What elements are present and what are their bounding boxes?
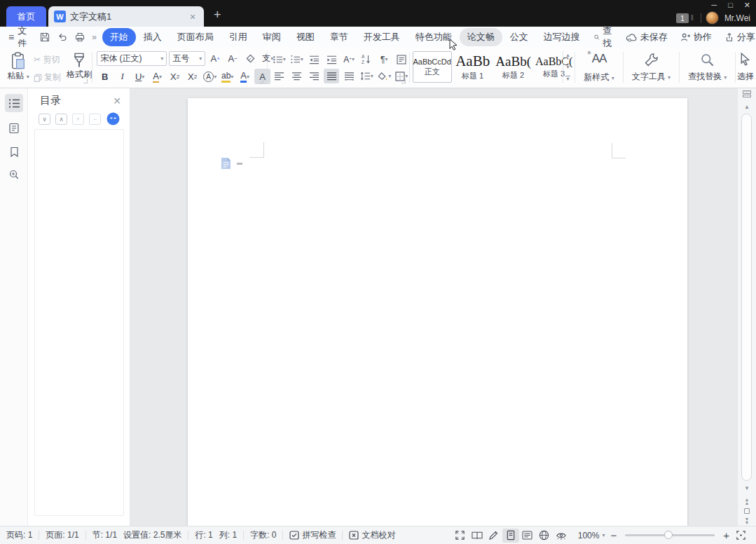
new-style-button[interactable]: AA ✳ 新样式 ▾ (575, 47, 622, 88)
find-replace-button[interactable]: 查找替换 ▾ (680, 47, 735, 88)
toc-collapse-button[interactable]: ∧ (55, 114, 67, 125)
scroll-up-icon[interactable]: ▲ (738, 104, 756, 110)
align-left-button[interactable] (271, 69, 287, 83)
tab-review[interactable]: 审阅 (255, 28, 289, 46)
notes-panel-button[interactable] (5, 119, 23, 137)
bookmark-panel-button[interactable] (5, 143, 23, 161)
zoom-slider-handle[interactable] (664, 531, 673, 539)
document-page[interactable] (188, 98, 687, 526)
tab-write-and-search[interactable]: 边写边搜 (536, 28, 588, 46)
copy-button[interactable]: 复制 (34, 72, 61, 83)
paragraph-dialog-launcher[interactable] (401, 79, 406, 83)
style-heading1[interactable]: AaBb 标题 1 (453, 51, 493, 83)
more-commands-icon[interactable]: » (92, 32, 97, 42)
tab-close-icon[interactable]: × (187, 11, 198, 22)
underline-button[interactable]: U▾ (132, 69, 148, 84)
undo-icon[interactable] (57, 32, 68, 43)
styles-gallery-more-icon[interactable]: ▼ (565, 76, 570, 81)
clipboard-dialog-launcher[interactable] (83, 79, 88, 83)
increase-font-size-button[interactable]: A+ (207, 51, 223, 66)
tab-developer-tools[interactable]: 开发工具 (356, 28, 408, 46)
toc-panel-close-icon[interactable]: ✕ (113, 95, 121, 107)
tab-insert[interactable]: 插入 (136, 28, 170, 46)
sort-button[interactable]: AZ (359, 52, 374, 67)
align-center-button[interactable] (289, 69, 304, 83)
page-select-icon[interactable] (738, 508, 756, 514)
status-section[interactable]: 节: 1/1 (86, 529, 123, 541)
styles-scroll-down-icon[interactable]: ▼ (565, 64, 570, 69)
distribute-button[interactable] (341, 69, 357, 83)
tab-section[interactable]: 章节 (322, 28, 356, 46)
italic-button[interactable]: I (114, 69, 130, 84)
web-view-icon[interactable] (536, 529, 553, 543)
shading-button[interactable]: ▾ (376, 69, 392, 83)
outline-view-icon[interactable] (519, 529, 536, 543)
minimize-icon[interactable]: ─ (711, 1, 717, 10)
show-paragraph-marks-button[interactable]: ¶▾ (376, 52, 392, 67)
ruler-toggle-icon[interactable] (738, 90, 756, 97)
user-avatar[interactable] (706, 11, 719, 25)
tab-official-document[interactable]: 公文 (502, 28, 536, 46)
scroll-down-icon[interactable]: ▼ (738, 485, 756, 491)
increase-indent-button[interactable] (324, 52, 339, 67)
eye-protection-icon[interactable] (553, 529, 570, 543)
superscript-button[interactable]: X2 (167, 69, 183, 84)
style-heading2[interactable]: AaBb( 标题 2 (494, 51, 533, 83)
status-line[interactable]: 行: 1 (188, 529, 219, 541)
toc-expand-button[interactable]: ∨ (39, 114, 50, 125)
toc-empty-list[interactable] (34, 129, 124, 516)
bold-button[interactable]: B (97, 69, 113, 84)
vertical-scrollbar[interactable]: ▲ ▼ ▲▲ ▼▼ (737, 88, 756, 526)
status-word-count[interactable]: 字数: 0 (244, 529, 282, 541)
ink-pen-icon[interactable] (486, 529, 502, 543)
toc-remove-button[interactable]: − (89, 114, 101, 125)
text-effects-button[interactable]: A▾ (202, 69, 218, 84)
decrease-indent-button[interactable] (306, 52, 322, 67)
styles-scroll-up-icon[interactable]: ▲ (565, 53, 570, 57)
status-page[interactable]: 页面: 1/1 (39, 529, 85, 541)
status-setting[interactable]: 设置值: 2.5厘米 (123, 529, 188, 541)
document-canvas[interactable] (130, 88, 737, 526)
file-menu[interactable]: ≡ 文件 (0, 25, 34, 50)
font-name-select[interactable]: 宋体 (正文)▾ (97, 51, 167, 66)
toc-panel-button[interactable] (5, 94, 23, 112)
text-tools-button[interactable]: 文字工具 ▾ (624, 47, 679, 88)
status-column[interactable]: 列: 1 (219, 529, 243, 541)
select-button[interactable]: 选择 (736, 47, 756, 88)
proofread-button[interactable]: 文档校对 (343, 529, 401, 541)
decrease-font-size-button[interactable]: A− (225, 51, 240, 66)
collaborate-button[interactable]: 协作 (675, 31, 717, 43)
format-painter-button[interactable]: 格式刷 (64, 52, 94, 81)
zoom-level-select[interactable]: 100%▾ (570, 531, 608, 540)
character-border-button[interactable]: A▾ (149, 69, 165, 84)
page-view-icon[interactable] (502, 529, 519, 543)
ai-assistant-icon[interactable] (106, 112, 120, 125)
text-frame-button[interactable] (394, 52, 409, 67)
character-scale-button[interactable]: A⁺▾ (341, 52, 357, 67)
maximize-icon[interactable]: □ (728, 1, 733, 10)
tab-home[interactable]: 开始 (102, 28, 136, 46)
document-tab[interactable]: W 文字文稿1 × (48, 6, 204, 27)
find-panel-button[interactable] (5, 165, 23, 184)
smart-assistant-doc-icon[interactable] (221, 157, 231, 170)
next-page-icon[interactable]: ▼▼ (738, 517, 756, 524)
message-count-badge[interactable]: 1 (676, 13, 689, 23)
numbered-list-button[interactable]: ▾ (289, 52, 304, 67)
subscript-button[interactable]: X2 (184, 69, 200, 84)
highlight-color-button[interactable]: ab▾ (219, 69, 235, 84)
zoom-in-button[interactable]: + (720, 529, 732, 541)
tab-paper-assistant[interactable]: 论文畅 (460, 28, 502, 46)
scrollbar-thumb[interactable] (741, 114, 752, 481)
fit-page-icon[interactable] (732, 529, 749, 543)
bullet-list-button[interactable]: ▾ (271, 52, 287, 67)
tab-references[interactable]: 引用 (221, 28, 255, 46)
clear-format-button[interactable] (242, 51, 258, 66)
share-button[interactable]: 分享 (720, 31, 756, 43)
font-size-select[interactable]: 五号▾ (169, 51, 205, 66)
print-icon[interactable] (74, 32, 85, 43)
style-normal[interactable]: AaBbCcDd 正文 (413, 51, 452, 83)
font-dialog-launcher[interactable] (259, 79, 263, 83)
fullscreen-view-icon[interactable] (452, 529, 469, 543)
toc-add-button[interactable]: + (72, 114, 84, 125)
two-page-view-icon[interactable] (469, 529, 486, 543)
